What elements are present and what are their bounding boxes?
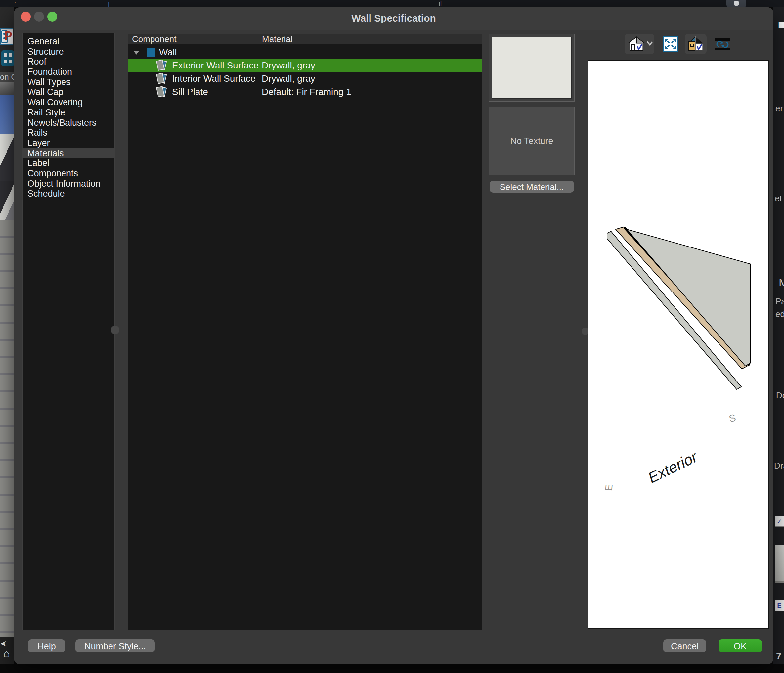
library-text-fragment: er: [775, 103, 783, 114]
material-swatch-icon: [156, 86, 168, 98]
house-tool-icon: ⌂: [3, 648, 9, 660]
plan-file-icon[interactable]: P: [0, 28, 13, 45]
house-view-icon: [627, 36, 646, 52]
background-status-strip: ➤ ⌂: [0, 637, 14, 664]
plan-icon-letter: P: [4, 30, 12, 42]
status-bar-fragment: 7 1: [776, 651, 784, 662]
cancel-button[interactable]: Cancel: [663, 639, 706, 653]
material-color-preview: [489, 34, 575, 101]
table-header: Component Material: [128, 34, 482, 44]
sidebar-item-rail-style[interactable]: Rail Style: [23, 107, 114, 118]
preview-3d-viewport[interactable]: S E Exterior: [588, 60, 769, 629]
material-name: Drywall, gray: [262, 59, 315, 72]
table-row-sill-plate[interactable]: Sill Plate Default: Fir Framing 1: [128, 86, 482, 98]
number-style-button[interactable]: Number Style...: [75, 639, 155, 653]
sidebar-item-roof[interactable]: Roof: [23, 56, 114, 67]
compass-label-e: E: [603, 484, 615, 492]
background-left-strip: P on C ➤ ⌂: [0, 7, 14, 664]
category-list: General Structure Roof Foundation Wall T…: [22, 33, 115, 630]
render-roof-fascia: [0, 134, 14, 181]
sidebar-item-foundation[interactable]: Foundation: [23, 67, 114, 77]
sidebar-item-general[interactable]: General: [23, 36, 114, 47]
preview-color-toggle-button[interactable]: [685, 34, 706, 54]
table-row-wall[interactable]: Wall: [128, 46, 482, 59]
sidebar-item-newels-balusters[interactable]: Newels/Balusters: [23, 118, 114, 128]
electrical-outlet-icon[interactable]: [1, 50, 14, 66]
library-text-fragment: Dra: [774, 461, 784, 471]
library-text-fragment: Pa: [775, 296, 784, 307]
table-row-interior-wall-surface[interactable]: Interior Wall Surface Drywall, gray: [128, 72, 482, 86]
library-thumbnail: [775, 545, 784, 583]
table-row-exterior-wall-surface[interactable]: Exterior Wall Surface Drywall, gray: [128, 59, 482, 72]
sidebar-item-layer[interactable]: Layer: [23, 138, 114, 148]
sidebar-item-wall-types[interactable]: Wall Types: [23, 77, 114, 87]
select-material-button[interactable]: Select Material...: [490, 181, 574, 193]
house-color-icon: [688, 36, 703, 52]
material-color-swatch: [492, 37, 572, 98]
material-name: Default: Fir Framing 1: [262, 86, 351, 98]
fill-window-icon[interactable]: [663, 36, 678, 51]
column-divider[interactable]: [259, 35, 259, 43]
material-name: Drywall, gray: [262, 72, 315, 86]
background-tab-fragment[interactable]: on C: [0, 72, 14, 82]
render-roof-edge: [0, 181, 14, 220]
menu-bar-active-button[interactable]: [726, 0, 746, 7]
wall-specification-dialog: Wall Specification General Structure Roo…: [14, 7, 773, 664]
sidebar-item-structure[interactable]: Structure: [23, 47, 114, 57]
macos-menu-bar: ' | ıl ·: [0, 0, 784, 7]
dialog-title: Wall Specification: [14, 12, 773, 24]
sidebar-item-rails[interactable]: Rails: [23, 128, 114, 138]
material-swatch-icon: [156, 59, 168, 72]
library-text-fragment: Do: [776, 390, 784, 401]
sidebar-item-wall-covering[interactable]: Wall Covering: [23, 97, 114, 107]
no-texture-label: No Texture: [510, 136, 553, 146]
component-name: Interior Wall Surface: [172, 72, 256, 86]
menu-fragment: ': [14, 1, 16, 8]
chevron-down-icon: [646, 41, 653, 46]
background-bottom-strip: [0, 664, 784, 673]
column-header-material[interactable]: Material: [262, 34, 292, 44]
menu-bar-button-icon: [734, 1, 739, 6]
disclosure-triangle-icon[interactable]: [133, 51, 139, 55]
component-name: Exterior Wall Surface: [172, 59, 259, 72]
background-right-strip: er et M Pa ed Do Dra ✓ E 7 1: [773, 7, 784, 664]
preview-view-mode-button[interactable]: [625, 34, 654, 54]
sidebar-item-wall-cap[interactable]: Wall Cap: [23, 87, 114, 97]
column-header-component[interactable]: Component: [132, 34, 176, 44]
ok-button[interactable]: OK: [719, 639, 762, 653]
dialog-title-bar[interactable]: Wall Specification: [14, 7, 773, 30]
render-shingle-wall: [0, 220, 14, 637]
menu-fragment: |: [108, 1, 109, 8]
wall-3d-model: [588, 61, 768, 628]
material-swatch-icon: [156, 72, 168, 85]
component-name: Wall: [159, 46, 177, 59]
render-sky: [0, 95, 14, 134]
sidebar-item-label[interactable]: Label: [23, 158, 114, 168]
sidebar-item-components[interactable]: Components: [23, 168, 114, 179]
splitter-handle[interactable]: [111, 326, 120, 334]
library-item-icon: E: [775, 600, 784, 611]
library-text-fragment: M: [779, 276, 784, 289]
component-material-table: Component Material Wall Exterior Wall Su…: [128, 34, 482, 630]
sidebar-item-object-information[interactable]: Object Information: [23, 179, 114, 189]
wall-layer-icon: [147, 48, 156, 56]
sidebar-item-materials-selected[interactable]: Materials: [23, 148, 114, 159]
menu-fragment: ıl: [439, 0, 442, 7]
screen: ' | ıl · P on C ➤ ⌂ er et M Pa: [0, 0, 784, 673]
library-text-fragment: et: [775, 193, 782, 204]
background-toolbar-band: [0, 82, 14, 95]
library-text-fragment: ed: [775, 309, 784, 319]
sidebar-item-schedule[interactable]: Schedule: [23, 189, 114, 199]
help-button[interactable]: Help: [28, 639, 65, 653]
component-name: Sill Plate: [172, 86, 208, 98]
library-thumbnail-check-icon: ✓: [775, 516, 784, 527]
library-mini-icon: [778, 22, 784, 28]
cursor-icon: ➤: [0, 639, 6, 648]
texture-preview-box: No Texture: [489, 106, 575, 175]
rotate-section-icon[interactable]: [714, 38, 730, 50]
